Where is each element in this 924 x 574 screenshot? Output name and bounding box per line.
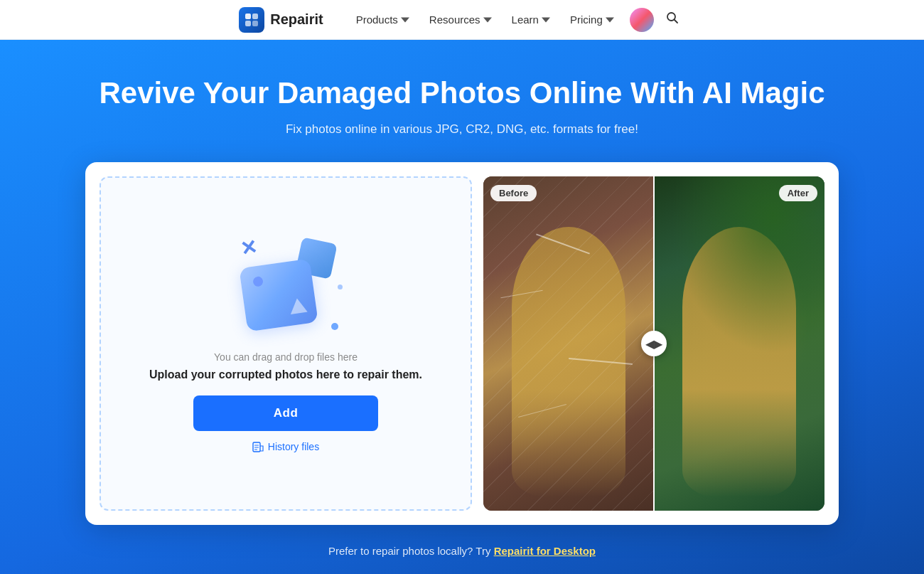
svg-rect-3 [252,21,258,26]
logo-icon [239,7,264,33]
cross-icon: ✕ [238,235,258,261]
bottom-cta: Prefer to repair photos locally? Try Rep… [328,545,596,557]
history-icon [252,441,264,452]
after-panel [654,176,824,511]
svg-line-5 [674,20,677,23]
slider-handle[interactable]: ◀▶ [641,331,667,356]
main-card: ✕ You can drag and drop files here Uploa… [85,162,839,525]
hero-subtitle: Fix photos online in various JPG, CR2, D… [286,122,638,137]
svg-point-7 [252,276,264,287]
before-after-panel: Before After ◀▶ [483,176,824,511]
svg-rect-2 [245,21,251,26]
svg-marker-6 [289,297,308,314]
svg-rect-1 [252,14,258,19]
add-button[interactable]: Add [193,395,378,431]
upload-illustration: ✕ [229,235,343,334]
nav-resources[interactable]: Resources [419,8,502,31]
hero-section: Revive Your Damaged Photos Online With A… [0,40,924,574]
after-image [654,176,824,511]
svg-rect-0 [245,14,251,19]
dot-decoration-2 [338,285,343,289]
nav-pricing[interactable]: Pricing [560,8,624,31]
navbar: Repairit Products Resources Learn Pricin… [0,0,924,40]
upload-zone[interactable]: ✕ You can drag and drop files here Uploa… [100,176,472,511]
nav-products[interactable]: Products [346,8,419,31]
logo-text: Repairit [270,11,323,28]
after-label: After [779,185,817,201]
shape-main [239,259,318,332]
desktop-link[interactable]: Repairit for Desktop [494,545,596,557]
search-icon[interactable] [660,5,685,34]
user-avatar[interactable] [630,8,654,32]
drag-drop-message: You can drag and drop files here [214,351,358,363]
before-label: Before [490,185,537,201]
upload-instruction: Upload your corrupted photos here to rep… [149,368,422,381]
before-image [483,176,654,511]
dot-decoration-1 [331,323,338,330]
damage-effect [483,176,654,511]
hero-title: Revive Your Damaged Photos Online With A… [99,75,824,111]
logo-link[interactable]: Repairit [239,7,323,33]
before-panel [483,176,654,511]
history-files-link[interactable]: History files [252,441,319,452]
nav-learn[interactable]: Learn [502,8,560,31]
